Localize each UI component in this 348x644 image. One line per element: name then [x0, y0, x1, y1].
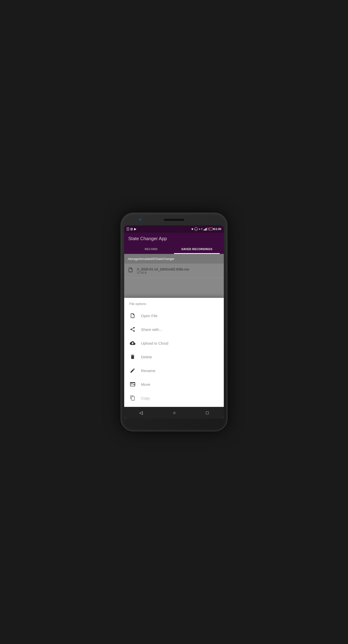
delete-icon [129, 354, 136, 360]
file-name: A_2020-01-14_10h51m02.630s.csv [137, 267, 189, 271]
open-file-icon [129, 312, 136, 319]
signal-bar-1 [204, 229, 204, 231]
bluetooth-icon: ✱ [191, 228, 193, 231]
phone-device: ! 🖼 ▶ ✱ — ▾ E 11:00 [121, 213, 227, 431]
sheet-title: File options [124, 302, 224, 309]
back-button[interactable]: ◁ [134, 408, 148, 418]
share-label: Share with... [141, 327, 162, 332]
open-file-label: Open File [141, 314, 157, 318]
app-bar: State Changer App RECORD SAVED RECORDING… [124, 233, 224, 254]
file-details: A_2020-01-14_10h51m02.630s.csv 57.00 B [137, 267, 189, 274]
power-button[interactable] [121, 259, 121, 277]
status-notifications: ! 🖼 ▶ [127, 227, 136, 231]
menu-item-open[interactable]: Open File [124, 309, 224, 323]
file-size: 57.00 B [137, 271, 189, 274]
menu-item-upload[interactable]: Upload to Cloud [124, 336, 224, 350]
battery-icon [209, 228, 213, 230]
copy-label: Copy [141, 396, 150, 400]
file-item[interactable]: A_2020-01-14_10h51m02.630s.csv 57.00 B [124, 264, 224, 278]
status-bar: ! 🖼 ▶ ✱ — ▾ E 11:00 [124, 225, 224, 233]
network-type-icon: E [201, 228, 203, 230]
file-options-bottom-sheet: File options Open File Share with... [124, 298, 224, 407]
signal-bar-2 [205, 229, 205, 231]
delete-label: Delete [141, 355, 152, 359]
status-time: 11:00 [214, 227, 221, 231]
file-browser: /storage/emulated/0/StateChanger A_2020-… [124, 254, 224, 278]
path-bar: /storage/emulated/0/StateChanger [124, 254, 224, 264]
rename-icon [129, 367, 136, 374]
phone-camera [138, 218, 142, 221]
rename-label: Rename [141, 369, 155, 373]
home-button[interactable]: ○ [168, 408, 181, 418]
signal-bars [204, 227, 208, 231]
copy-icon [129, 395, 136, 401]
current-path: /storage/emulated/0/StateChanger [128, 257, 174, 261]
tab-record[interactable]: RECORD [128, 245, 174, 254]
menu-item-move[interactable]: Move [124, 377, 224, 391]
upload-cloud-label: Upload to Cloud [141, 341, 168, 345]
notification-icon-3: ▶ [134, 227, 136, 231]
phone-speaker [164, 219, 184, 221]
cloud-upload-icon [129, 340, 136, 346]
notification-icon-2: 🖼 [130, 228, 133, 231]
recents-button[interactable]: □ [201, 408, 214, 418]
move-icon [129, 381, 136, 388]
file-icon [128, 267, 133, 274]
signal-bar-4 [207, 227, 208, 231]
menu-item-share[interactable]: Share with... [124, 323, 224, 336]
status-system-icons: ✱ — ▾ E 11:00 [191, 227, 221, 231]
menu-item-delete[interactable]: Delete [124, 350, 224, 364]
content-area: /storage/emulated/0/StateChanger A_2020-… [124, 254, 224, 407]
app-title: State Changer App [128, 236, 220, 241]
tab-saved-recordings[interactable]: SAVED RECORDINGS [174, 245, 220, 254]
move-label: Move [141, 382, 150, 387]
menu-item-copy[interactable]: Copy [124, 391, 224, 405]
share-icon [129, 326, 136, 333]
menu-item-rename[interactable]: Rename [124, 364, 224, 377]
phone-screen: ! 🖼 ▶ ✱ — ▾ E 11:00 [124, 225, 224, 419]
tabs-container: RECORD SAVED RECORDINGS [128, 245, 220, 254]
volume-up-button[interactable] [227, 249, 227, 258]
navigation-bar: ◁ ○ □ [124, 407, 224, 419]
signal-bar-3 [206, 228, 207, 231]
battery-level [209, 228, 210, 230]
do-not-disturb-icon: — [194, 227, 198, 231]
volume-down-button[interactable] [227, 262, 227, 274]
notification-icon-1: ! [127, 227, 129, 231]
wifi-icon: ▾ [199, 228, 200, 231]
